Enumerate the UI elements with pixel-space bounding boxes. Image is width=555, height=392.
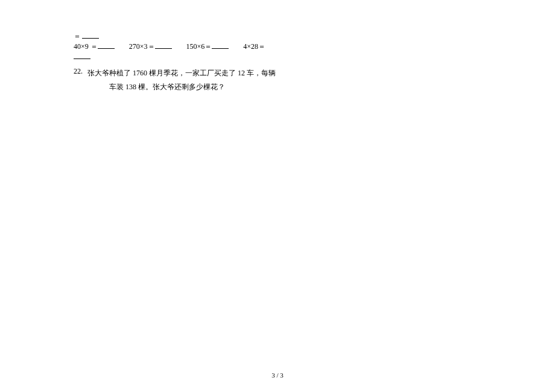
question-text-line-2: 车装 138 棵。张大爷还剩多少棵花？ <box>87 80 276 94</box>
equation-4: 4×28＝ <box>243 42 265 52</box>
question-22: 22. 张大爷种植了 1760 棵月季花，一家工厂买走了 12 车，每辆 车装 … <box>74 66 374 94</box>
equals-sign: ＝ <box>74 31 81 42</box>
question-text-line-1: 张大爷种植了 1760 棵月季花，一家工厂买走了 12 车，每辆 <box>87 66 276 80</box>
equation-1: 40×9 ＝ <box>74 42 115 52</box>
question-number: 22. <box>74 66 83 77</box>
page-number: 3 / 3 <box>0 371 555 380</box>
answer-blank <box>212 43 229 49</box>
answer-blank <box>82 33 99 39</box>
answer-blank <box>155 43 172 49</box>
equation-text: 270×3＝ <box>129 42 155 52</box>
answer-blank <box>98 43 115 49</box>
equation-text: 4×28＝ <box>243 42 265 52</box>
equation-3: 150×6＝ <box>186 42 229 52</box>
answer-blank <box>74 53 90 59</box>
equation-4-blank-line <box>74 53 374 59</box>
question-body: 张大爷种植了 1760 棵月季花，一家工厂买走了 12 车，每辆 车装 138 … <box>87 66 276 94</box>
equation-text: 40×9 ＝ <box>74 42 98 52</box>
equation-text: 150×6＝ <box>186 42 212 52</box>
equation-row: 40×9 ＝ 270×3＝ 150×6＝ 4×28＝ <box>74 42 374 52</box>
equation-line-continuation: ＝ <box>74 31 374 42</box>
page-content: ＝ 40×9 ＝ 270×3＝ 150×6＝ 4×28＝ 22. 张大爷种植了 … <box>0 0 555 93</box>
equation-2: 270×3＝ <box>129 42 172 52</box>
